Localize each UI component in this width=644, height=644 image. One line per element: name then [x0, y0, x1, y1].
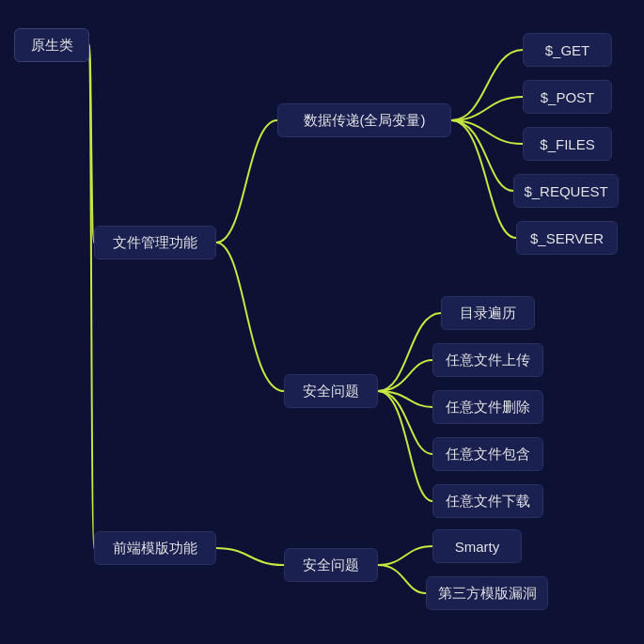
node-files: $_FILES: [523, 127, 612, 161]
node-third-party-label: 第三方模版漏洞: [438, 585, 537, 603]
node-security2-label: 安全问题: [303, 557, 359, 574]
node-frontend: 前端模版功能: [94, 531, 216, 565]
mind-map: 原生类 文件管理功能 前端模版功能 数据传递(全局变量) 安全问题 安全问题 $…: [0, 0, 644, 644]
node-file-download-label: 任意文件下载: [446, 493, 530, 510]
node-security1: 安全问题: [284, 374, 378, 408]
node-root: 原生类: [14, 28, 89, 62]
node-file-include-label: 任意文件包含: [446, 446, 530, 463]
node-file-include: 任意文件包含: [432, 437, 543, 471]
node-post: $_POST: [523, 80, 612, 114]
node-security1-label: 安全问题: [303, 383, 359, 401]
node-file-upload-label: 任意文件上传: [446, 352, 530, 369]
node-file-mgmt: 文件管理功能: [94, 226, 216, 259]
node-file-upload: 任意文件上传: [432, 343, 543, 377]
node-post-label: $_POST: [541, 89, 595, 105]
node-data-transfer-label: 数据传递(全局变量): [304, 112, 426, 130]
node-files-label: $_FILES: [540, 136, 594, 152]
node-dir-traverse-label: 目录遍历: [460, 305, 516, 322]
node-root-label: 原生类: [31, 37, 73, 55]
node-dir-traverse: 目录遍历: [441, 296, 535, 330]
node-file-delete: 任意文件删除: [432, 390, 543, 424]
node-data-transfer: 数据传递(全局变量): [277, 103, 451, 137]
node-third-party: 第三方模版漏洞: [426, 576, 548, 610]
node-file-download: 任意文件下载: [432, 484, 543, 518]
node-request-label: $_REQUEST: [524, 183, 607, 199]
node-smarty: Smarty: [432, 529, 522, 563]
node-server-label: $_SERVER: [530, 230, 604, 246]
node-request: $_REQUEST: [513, 174, 619, 208]
node-file-delete-label: 任意文件删除: [446, 399, 530, 416]
node-smarty-label: Smarty: [455, 539, 500, 555]
node-server: $_SERVER: [516, 221, 618, 255]
node-frontend-label: 前端模版功能: [113, 540, 197, 558]
node-file-mgmt-label: 文件管理功能: [113, 234, 197, 252]
node-get-label: $_GET: [545, 42, 590, 58]
node-get: $_GET: [523, 33, 612, 67]
node-security2: 安全问题: [284, 548, 378, 582]
